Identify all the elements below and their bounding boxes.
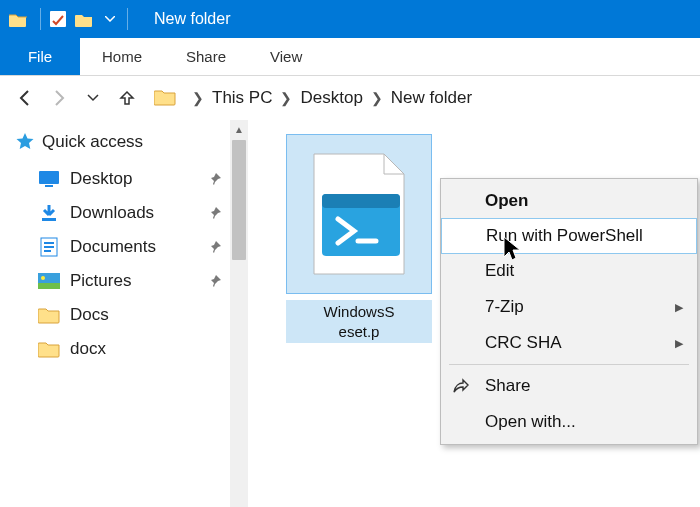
svg-rect-12 xyxy=(322,194,400,208)
context-menu-label: Share xyxy=(485,376,530,396)
scroll-thumb[interactable] xyxy=(232,140,246,260)
tab-label: Share xyxy=(186,48,226,65)
nav-up-button[interactable] xyxy=(112,83,142,113)
context-menu-label: Edit xyxy=(485,261,514,281)
sidebar-quick-access[interactable]: Quick access xyxy=(10,128,248,162)
svg-rect-7 xyxy=(44,250,51,252)
sidebar-item-label: Desktop xyxy=(70,169,132,189)
breadcrumb-item[interactable]: This PC xyxy=(212,88,272,108)
sidebar-scrollbar[interactable]: ▲ xyxy=(230,120,248,507)
context-menu-open[interactable]: Open xyxy=(441,183,697,219)
star-icon xyxy=(14,132,36,152)
breadcrumb-path[interactable]: ❯ This PC ❯ Desktop ❯ New folder xyxy=(184,88,472,108)
breadcrumb-item[interactable]: New folder xyxy=(391,88,472,108)
separator xyxy=(40,8,41,30)
qat-newfolder-icon[interactable] xyxy=(73,8,95,30)
svg-rect-5 xyxy=(44,242,54,244)
file-name: WindowsS eset.p xyxy=(286,300,432,343)
sidebar-item-desktop[interactable]: Desktop xyxy=(10,162,248,196)
navigation-pane: Quick access Desktop Downloads Documents xyxy=(0,120,248,507)
chevron-right-icon: ❯ xyxy=(280,90,292,106)
documents-icon xyxy=(38,237,60,257)
qat-dropdown-icon[interactable] xyxy=(99,8,121,30)
ribbon-tabs: File Home Share View xyxy=(0,38,700,76)
context-menu-open-with[interactable]: Open with... xyxy=(441,404,697,440)
file-name-line: eset.p xyxy=(339,323,380,340)
tab-label: View xyxy=(270,48,302,65)
sidebar-item-label: Pictures xyxy=(70,271,131,291)
folder-icon xyxy=(38,305,60,325)
context-menu-label: 7-Zip xyxy=(485,297,524,317)
sidebar-item-label: Docs xyxy=(70,305,109,325)
window-title: New folder xyxy=(154,10,230,28)
svg-rect-6 xyxy=(44,246,54,248)
sidebar-item-downloads[interactable]: Downloads xyxy=(10,196,248,230)
context-menu-run-powershell[interactable]: Run with PowerShell xyxy=(441,218,697,254)
nav-recent-dropdown[interactable] xyxy=(78,83,108,113)
desktop-icon xyxy=(38,169,60,189)
breadcrumb-item[interactable]: Desktop xyxy=(300,88,362,108)
chevron-right-icon: ❯ xyxy=(371,90,383,106)
separator xyxy=(127,8,128,30)
chevron-right-icon: ❯ xyxy=(192,90,204,106)
sidebar-item-documents[interactable]: Documents xyxy=(10,230,248,264)
svg-rect-0 xyxy=(50,11,66,27)
titlebar: New folder xyxy=(0,0,700,38)
tab-file[interactable]: File xyxy=(0,38,80,75)
context-menu-crc-sha[interactable]: CRC SHA ▶ xyxy=(441,325,697,361)
pin-icon xyxy=(208,206,222,220)
sidebar-item-label: Documents xyxy=(70,237,156,257)
tab-view[interactable]: View xyxy=(248,38,324,75)
context-menu-label: Open with... xyxy=(485,412,576,432)
downloads-icon xyxy=(38,203,60,223)
pin-icon xyxy=(208,274,222,288)
chevron-right-icon: ▶ xyxy=(675,301,683,314)
context-menu-label: Run with PowerShell xyxy=(486,226,643,246)
svg-rect-2 xyxy=(45,185,53,187)
tab-home[interactable]: Home xyxy=(80,38,164,75)
context-menu-label: Open xyxy=(485,191,528,211)
breadcrumb-folder-icon[interactable] xyxy=(154,88,176,108)
context-menu: Open Run with PowerShell Edit 7-Zip ▶ CR… xyxy=(440,178,698,445)
folder-icon xyxy=(38,339,60,359)
file-thumbnail xyxy=(286,134,432,294)
app-folder-icon xyxy=(8,9,28,29)
sidebar-quick-access-label: Quick access xyxy=(42,132,143,152)
share-icon xyxy=(451,376,471,396)
scroll-up-icon[interactable]: ▲ xyxy=(230,120,248,138)
sidebar-item-label: Downloads xyxy=(70,203,154,223)
nav-back-button[interactable] xyxy=(10,83,40,113)
quick-access-toolbar xyxy=(47,8,121,30)
svg-rect-9 xyxy=(38,283,60,289)
file-item-powershell-script[interactable]: WindowsS eset.p xyxy=(286,134,432,343)
chevron-right-icon: ▶ xyxy=(675,337,683,350)
context-menu-7zip[interactable]: 7-Zip ▶ xyxy=(441,289,697,325)
svg-rect-3 xyxy=(42,218,56,221)
tab-share[interactable]: Share xyxy=(164,38,248,75)
context-menu-share[interactable]: Share xyxy=(441,368,697,404)
context-menu-edit[interactable]: Edit xyxy=(441,253,697,289)
svg-point-10 xyxy=(41,276,45,280)
context-menu-separator xyxy=(449,364,689,365)
qat-properties-icon[interactable] xyxy=(47,8,69,30)
sidebar-item-docx[interactable]: docx xyxy=(10,332,248,366)
pin-icon xyxy=(208,240,222,254)
svg-rect-1 xyxy=(39,171,59,184)
file-name-line: WindowsS xyxy=(324,303,395,320)
sidebar-item-label: docx xyxy=(70,339,106,359)
tab-label: Home xyxy=(102,48,142,65)
sidebar-item-pictures[interactable]: Pictures xyxy=(10,264,248,298)
sidebar-item-docs[interactable]: Docs xyxy=(10,298,248,332)
address-bar: ❯ This PC ❯ Desktop ❯ New folder xyxy=(0,76,700,120)
tab-file-label: File xyxy=(28,48,52,65)
context-menu-label: CRC SHA xyxy=(485,333,562,353)
pictures-icon xyxy=(38,271,60,291)
pin-icon xyxy=(208,172,222,186)
nav-forward-button[interactable] xyxy=(44,83,74,113)
